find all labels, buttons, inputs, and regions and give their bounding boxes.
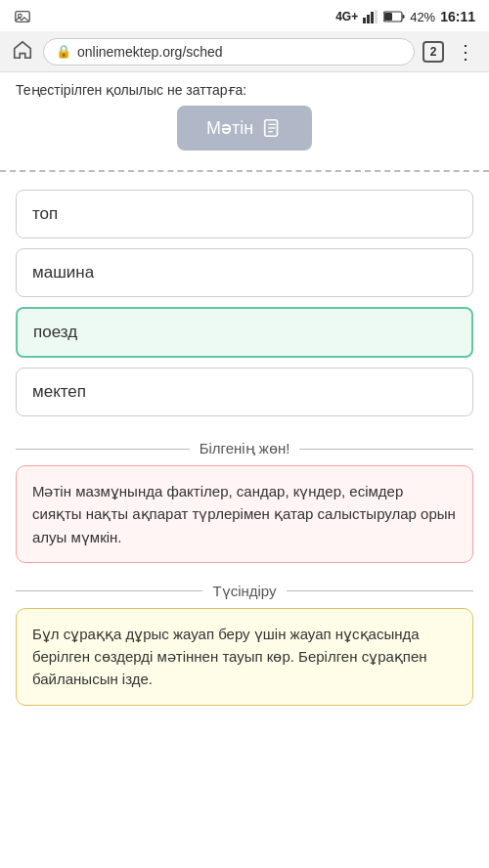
hint-text: Теңестірілген қолылыс не заттарға: [16, 82, 473, 98]
info-label-2: Түсіндіру [212, 583, 276, 600]
option-mektep[interactable]: мектеп [16, 368, 473, 416]
option-mektep-text: мектеп [32, 382, 86, 401]
browser-bar: 🔒 onlinemektep.org/sched 2 ⋮ [0, 31, 489, 72]
info-box-yellow-text: Бұл сұраққа дұрыс жауап беру үшін жауап … [32, 626, 427, 688]
signal-indicator: 4G+ [335, 10, 358, 23]
svg-rect-5 [375, 10, 378, 23]
url-text: onlinemektep.org/sched [77, 44, 223, 60]
info-box-yellow: Бұл сұраққа дұрыс жауап беру үшін жауап … [16, 608, 473, 706]
divider-line-right-2 [287, 590, 473, 591]
svg-rect-3 [367, 15, 370, 23]
battery-icon [383, 11, 405, 22]
status-bar: 4G+ 42% 16:11 [0, 0, 489, 31]
option-mashina-text: машина [32, 263, 94, 282]
divider-line-left-2 [16, 590, 202, 591]
home-button[interactable] [10, 37, 35, 65]
page-content: Теңестірілген қолылыс не заттарға: Мәтін… [0, 72, 489, 706]
info-box-pink: Мәтін мазмұнында фактілер, сандар, күнде… [16, 465, 473, 563]
svg-point-1 [19, 14, 22, 18]
lock-icon: 🔒 [56, 44, 71, 59]
option-mashina[interactable]: машина [16, 248, 473, 297]
svg-rect-8 [403, 15, 405, 19]
options-section: топ машина поезд мектеп [0, 180, 489, 426]
info-divider-2: Түсіндіру [0, 569, 489, 608]
browser-menu-button[interactable]: ⋮ [452, 38, 479, 65]
info-box-pink-text: Мәтін мазмұнында фактілер, сандар, күнде… [32, 483, 456, 545]
battery-percent: 42% [410, 10, 435, 24]
photo-icon [14, 8, 31, 25]
info-divider-1: Білгенің жөн! [0, 426, 489, 465]
info-label-1: Білгенің жөн! [200, 440, 290, 457]
option-poezd-text: поезд [33, 323, 77, 341]
signal-bars-icon [363, 10, 378, 23]
option-top[interactable]: топ [16, 190, 473, 239]
top-section: Теңестірілген қолылыс не заттарға: Мәтін [0, 72, 489, 162]
option-poezd[interactable]: поезд [16, 307, 473, 358]
divider-line-left-1 [16, 449, 190, 450]
svg-rect-7 [384, 13, 392, 21]
book-icon [261, 117, 283, 139]
matin-button-label: Мәтін [206, 117, 253, 139]
home-icon [12, 39, 33, 61]
url-bar[interactable]: 🔒 onlinemektep.org/sched [43, 38, 415, 65]
divider-line-right-1 [299, 449, 473, 450]
time-display: 16:11 [440, 9, 475, 24]
option-top-text: топ [32, 204, 58, 223]
dotted-divider [0, 170, 489, 172]
matin-button[interactable]: Мәтін [177, 106, 312, 151]
svg-rect-4 [371, 12, 374, 23]
status-right: 4G+ 42% 16:11 [335, 9, 475, 24]
status-left [14, 8, 31, 25]
tab-count-button[interactable]: 2 [422, 41, 444, 63]
svg-rect-2 [363, 18, 366, 23]
